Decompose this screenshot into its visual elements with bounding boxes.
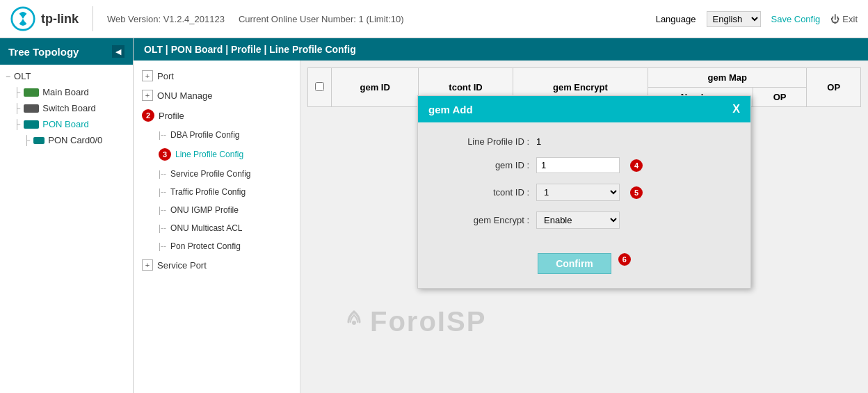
badge-2: 2 — [142, 109, 154, 122]
language-label: Language — [656, 14, 696, 24]
table-header-gem-map: gem Map — [648, 68, 807, 88]
power-icon: ⏻ — [830, 14, 839, 24]
poncard-label: PON Card0/0 — [48, 135, 102, 145]
sidebar-item-poncard[interactable]: ├ PON Card0/0 — [0, 132, 133, 148]
modal-header: gem Add X — [418, 96, 750, 122]
breadcrumb-text: OLT | PON Board | Profile | Line Profile… — [144, 44, 356, 55]
modal-gem-id-input[interactable] — [536, 157, 620, 173]
header: tp-link Web Version: V1.2.4_201123 Curre… — [0, 0, 868, 38]
modal-tcont-id-select[interactable]: 1 2 3 4 — [536, 184, 620, 201]
expand-icon-service-port: + — [142, 259, 153, 271]
select-all-checkbox[interactable] — [315, 82, 324, 91]
modal-gem-id-field: gem ID : 4 — [439, 157, 730, 173]
tree-line-icon4: ├ — [24, 135, 30, 145]
modal-line-profile-value: 1 — [536, 136, 541, 147]
badge-4: 4 — [630, 159, 643, 172]
tree-line-icon: ├ — [14, 87, 20, 97]
nav-dba-label: DBA Profile Config — [170, 130, 239, 140]
sidebar-title: Tree Topology — [8, 46, 79, 58]
nav-item-service-profile[interactable]: |-- Service Profile Config — [150, 165, 300, 183]
badge-5: 5 — [630, 186, 643, 199]
nav-line-profile-label: Line Profile Config — [175, 150, 243, 159]
sidebar-item-ponboard[interactable]: ├ PON Board — [0, 116, 133, 132]
table-header-gem-map-op: OP — [753, 88, 807, 107]
left-nav: + Port + ONU Manage 2 Profile |-- DBA Pr… — [134, 61, 300, 393]
ponboard-label: PON Board — [42, 119, 88, 129]
tree-dash6: |-- — [159, 241, 166, 251]
minus-icon: − — [6, 72, 10, 81]
ponboard-device-icon — [24, 120, 39, 129]
nav-item-profile[interactable]: 2 Profile — [134, 105, 300, 126]
nav-item-pon-protect[interactable]: |-- Pon Protect Config — [150, 237, 300, 255]
content-area: OLT | PON Board | Profile | Line Profile… — [134, 38, 868, 393]
sidebar-collapse-button[interactable]: ◀ — [112, 45, 124, 58]
modal-body: Line Profile ID : 1 gem ID : 4 tcont ID … — [418, 122, 750, 253]
logo-text: tp-link — [41, 12, 79, 26]
nav-onu-manage-label: ONU Manage — [157, 90, 212, 101]
table-header-checkbox — [308, 68, 332, 107]
watermark: ForoISP — [342, 306, 486, 337]
web-version: Web Version: V1.2.4_201123 — [107, 14, 225, 24]
tree-dash4: |-- — [159, 205, 166, 215]
nav-service-profile-label: Service Profile Config — [170, 169, 250, 179]
tplink-logo-icon — [10, 6, 35, 31]
nav-service-port-label: Service Port — [157, 260, 207, 271]
nav-item-line-profile[interactable]: 3 Line Profile Config — [150, 144, 300, 165]
expand-icon-port: + — [142, 70, 153, 81]
exit-button[interactable]: ⏻ Exit — [830, 14, 858, 24]
modal-gem-encrypt-select[interactable]: Enable Disable — [536, 211, 620, 229]
nav-item-port[interactable]: + Port — [134, 66, 300, 86]
nav-sub-profile: |-- DBA Profile Config 3 Line Profile Co… — [134, 126, 300, 255]
mainboard-label: Main Board — [42, 87, 88, 97]
modal-title: gem Add — [428, 104, 473, 115]
nav-pon-protect-label: Pon Protect Config — [170, 241, 241, 251]
nav-item-dba-profile[interactable]: |-- DBA Profile Config — [150, 126, 300, 144]
nav-item-onu-igmp[interactable]: |-- ONU IGMP Profile — [150, 201, 300, 219]
nav-item-service-port[interactable]: + Service Port — [134, 255, 300, 275]
mainboard-device-icon — [24, 88, 39, 97]
tree-dash3: |-- — [159, 187, 166, 197]
page-content: + Port + ONU Manage 2 Profile |-- DBA Pr… — [134, 61, 868, 393]
online-users: Current Online User Number: 1 (Limit:10) — [239, 14, 404, 24]
confirm-button[interactable]: Confirm — [538, 253, 611, 274]
nav-item-traffic-profile[interactable]: |-- Traffic Profile Config — [150, 183, 300, 201]
nav-profile-label: Profile — [159, 111, 184, 121]
nav-item-onu-manage[interactable]: + ONU Manage — [134, 86, 300, 105]
sidebar-item-olt[interactable]: − OLT — [0, 68, 133, 84]
breadcrumb: OLT | PON Board | Profile | Line Profile… — [134, 38, 868, 61]
language-select[interactable]: English Chinese — [707, 11, 761, 27]
nav-onu-multicast-label: ONU Multicast ACL — [170, 223, 242, 233]
table-header-op: OP — [807, 68, 861, 107]
main-container: Tree Topology ◀ − OLT ├ Main Board ├ Swi… — [0, 38, 868, 393]
modal-tcont-id-label: tcont ID : — [439, 187, 529, 198]
header-right: Language English Chinese Save Config ⏻ E… — [656, 11, 858, 27]
table-header-gem-id: gem ID — [332, 68, 419, 107]
modal-gem-encrypt-field: gem Encrypt : Enable Disable — [439, 211, 730, 229]
tree-line-icon2: ├ — [14, 103, 20, 113]
save-config-link[interactable]: Save Config — [771, 14, 821, 24]
tree-dash2: |-- — [159, 169, 166, 179]
sidebar-header: Tree Topology ◀ — [0, 38, 133, 65]
badge-3: 3 — [159, 148, 171, 161]
sidebar-tree: − OLT ├ Main Board ├ Switch Board ├ PON … — [0, 65, 133, 152]
modal-line-profile-field: Line Profile ID : 1 — [439, 136, 730, 147]
table-area: gem ID tcont ID gem Encrypt gem Map OP N… — [300, 61, 868, 393]
nav-onu-igmp-label: ONU IGMP Profile — [170, 205, 239, 215]
gem-add-modal: gem Add X Line Profile ID : 1 gem ID : 4 — [417, 95, 751, 289]
sidebar-item-mainboard[interactable]: ├ Main Board — [0, 84, 133, 100]
modal-footer: Confirm 6 — [418, 253, 750, 288]
svg-point-1 — [352, 321, 356, 325]
expand-icon-onu-manage: + — [142, 90, 153, 101]
modal-line-profile-label: Line Profile ID : — [439, 136, 529, 147]
tree-dash: |-- — [159, 130, 166, 140]
modal-gem-encrypt-label: gem Encrypt : — [439, 215, 529, 225]
modal-close-button[interactable]: X — [732, 103, 740, 115]
watermark-text: ForoISP — [370, 306, 486, 337]
nav-item-onu-multicast[interactable]: |-- ONU Multicast ACL — [150, 219, 300, 237]
nav-port-label: Port — [157, 71, 174, 81]
olt-label: OLT — [14, 71, 31, 81]
sidebar-item-switchboard[interactable]: ├ Switch Board — [0, 100, 133, 116]
exit-label: Exit — [842, 14, 858, 24]
header-info: Web Version: V1.2.4_201123 Current Onlin… — [107, 14, 656, 24]
tree-dash5: |-- — [159, 223, 166, 233]
